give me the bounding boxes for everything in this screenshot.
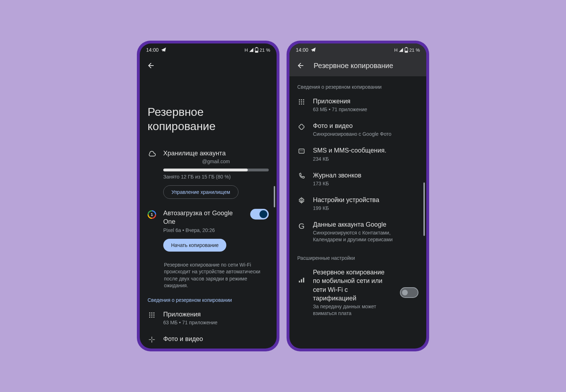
scroll-indicator[interactable] (274, 186, 275, 207)
google-icon: G (297, 222, 306, 231)
mobile-backup-toggle[interactable] (400, 287, 418, 298)
gear-icon (297, 197, 306, 204)
photos-row[interactable]: Фото и видео Синхронизировано с Google Ф… (289, 117, 426, 142)
svg-point-16 (301, 99, 302, 100)
photos-title: Фото и видео (163, 335, 269, 343)
apps-title: Приложения (163, 310, 269, 319)
svg-point-4 (151, 312, 152, 313)
device-settings-row[interactable]: Настройки устройства 199 КБ (289, 191, 426, 216)
storage-usage: Занято 12 ГБ из 15 ГБ (80 %) (163, 174, 269, 180)
storage-title: Хранилище аккаунта (163, 149, 269, 158)
photos-icon (297, 123, 306, 131)
phone-frame-1: 14:00 H 21 % Резервное копирование (137, 41, 279, 351)
mobile-backup-row[interactable]: Резервное копирование по мобильной сети … (289, 264, 426, 321)
battery-icon (405, 47, 408, 53)
header-bar (140, 55, 277, 76)
svg-point-11 (153, 316, 154, 318)
mobile-backup-title: Резервное копирование по мобильной сети … (313, 268, 393, 303)
status-time: 14:00 (296, 47, 308, 53)
photos-row[interactable]: Фото и видео (140, 330, 277, 347)
svg-point-19 (301, 101, 302, 102)
page-title: Резервное копирование (140, 76, 277, 144)
mobile-backup-subtitle: За передачу данных может взиматься плата (313, 303, 393, 317)
autoload-help: Резервное копирование по сети Wi-Fi прои… (148, 257, 269, 289)
calls-row[interactable]: Журнал звонков 173 КБ (289, 167, 426, 191)
back-icon[interactable] (147, 61, 155, 70)
google-one-icon (148, 210, 156, 219)
device-settings-title: Настройки устройства (313, 196, 418, 204)
message-icon (297, 148, 306, 155)
svg-point-8 (153, 314, 154, 315)
start-backup-button[interactable]: Начать копирование (163, 239, 226, 252)
header-bar: Резервное копирование (289, 55, 426, 76)
apps-icon (297, 98, 306, 105)
svg-point-5 (153, 312, 154, 313)
details-section-header: Сведения о резервном копировании (140, 289, 277, 306)
svg-point-15 (299, 99, 300, 100)
sms-title: SMS и MMS-сообщения. (313, 146, 418, 155)
svg-point-3 (149, 312, 150, 313)
google-account-row[interactable]: G Данные аккаунта Google Синхронизируютс… (289, 216, 426, 247)
advanced-section-header: Расширенные настройки (289, 247, 426, 264)
manage-storage-button[interactable]: Управление хранилищем (163, 185, 238, 199)
photos-icon (148, 336, 156, 343)
phone-frame-2: 14:00 H 21 % Резервное копирование Сведе… (287, 41, 429, 351)
svg-rect-27 (301, 279, 302, 283)
svg-rect-26 (299, 281, 300, 283)
status-network: H (394, 47, 397, 53)
svg-point-17 (303, 99, 304, 100)
scroll-indicator[interactable] (423, 182, 425, 236)
status-time: 14:00 (146, 47, 159, 53)
header-title: Резервное копирование (314, 62, 393, 70)
apps-title: Приложения (313, 97, 418, 105)
autoload-row[interactable]: Автозагрузка от Google One Pixel 6a • Вч… (140, 204, 277, 256)
svg-point-21 (299, 103, 300, 104)
storage-progress (163, 169, 269, 171)
signal-icon (398, 47, 403, 52)
svg-point-25 (301, 200, 303, 201)
status-battery: 21 % (259, 47, 270, 53)
svg-rect-2 (256, 51, 258, 52)
phone-icon (297, 172, 306, 180)
back-icon[interactable] (297, 61, 305, 70)
photos-title: Фото и видео (313, 122, 418, 130)
calls-subtitle: 173 КБ (313, 180, 418, 187)
svg-rect-14 (405, 51, 407, 52)
autoload-title: Автозагрузка от Google One (163, 209, 243, 226)
sms-row[interactable]: SMS и MMS-сообщения. 234 КБ (289, 142, 426, 166)
cloud-icon (148, 150, 156, 159)
photos-subtitle: Синхронизировано с Google Фото (313, 131, 418, 138)
apps-subtitle: 63 МБ • 71 приложение (163, 319, 269, 326)
status-bar: 14:00 H 21 % (140, 43, 277, 55)
google-account-subtitle: Синхронизируются с Контактами, Календаре… (313, 229, 418, 243)
storage-email: @gmail.com (163, 158, 269, 165)
details-section-header: Сведения о резервном копировании (289, 76, 426, 93)
svg-point-9 (149, 316, 150, 318)
telegram-icon (161, 47, 166, 53)
apps-row[interactable]: Приложения 63 МБ • 71 приложение (289, 93, 426, 117)
svg-point-23 (303, 103, 304, 104)
google-account-title: Данные аккаунта Google (313, 220, 418, 229)
calls-title: Журнал звонков (313, 171, 418, 180)
svg-rect-1 (256, 47, 257, 48)
svg-rect-28 (303, 278, 304, 282)
svg-point-20 (303, 101, 304, 102)
storage-row[interactable]: Хранилище аккаунта @gmail.com Занято 12 … (140, 144, 277, 204)
telegram-icon (310, 47, 316, 53)
svg-point-10 (151, 316, 152, 318)
status-battery: 21 % (409, 47, 420, 53)
svg-point-18 (299, 101, 300, 102)
autoload-toggle[interactable] (250, 209, 269, 220)
svg-point-7 (151, 314, 152, 315)
signal-icon (249, 47, 254, 52)
battery-icon (255, 47, 258, 53)
apps-icon (148, 311, 156, 319)
status-bar: 14:00 H 21 % (289, 43, 426, 55)
apps-row[interactable]: Приложения 63 МБ • 71 приложение (140, 306, 277, 330)
svg-rect-13 (406, 47, 407, 48)
autoload-subtitle: Pixel 6a • Вчера, 20:26 (163, 227, 243, 234)
signal-bars-icon (297, 277, 306, 284)
screen-2: 14:00 H 21 % Резервное копирование Сведе… (289, 43, 426, 349)
screen-1: 14:00 H 21 % Резервное копирование (140, 43, 277, 349)
device-settings-subtitle: 199 КБ (313, 205, 418, 212)
